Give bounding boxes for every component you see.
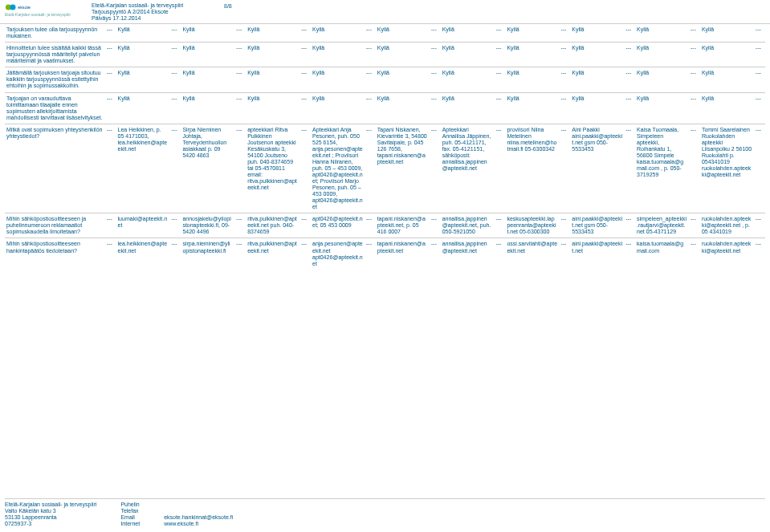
dash-cell: ---	[105, 67, 116, 92]
main-content: Tarjouksen tulee olla tarjouspyynnön muk…	[0, 24, 770, 270]
value-cell: anja.pesonen@apteekit.net apt0426@apteek…	[311, 238, 365, 270]
value-cell: simpeleen_apteekki.rautjarvi@apteekit.ne…	[635, 213, 689, 238]
dash-cell: ---	[559, 92, 570, 124]
dash-cell: ---	[105, 92, 116, 124]
dash-cell: ---	[170, 24, 181, 43]
footer-internet-label: Internet	[120, 521, 140, 527]
value-cell: keskusapteekki.lappeenranta@apteekit.net…	[505, 213, 559, 238]
footer-email-value: eksote.hankinnat@eksote.fi	[164, 514, 233, 521]
kylla-cell: Kyllä	[570, 92, 624, 124]
dash-cell: ---	[559, 43, 570, 67]
value-cell: aini.paakki@apteekit.net	[570, 238, 624, 270]
kylla-cell: Kyllä	[505, 67, 559, 92]
data-table: Tarjouksen tulee olla tarjouspyynnön muk…	[5, 24, 765, 270]
kylla-cell: Kyllä	[441, 92, 495, 124]
kylla-cell: Kyllä	[570, 24, 624, 43]
row-label: Mitkä ovat sopimuksen yhteyshenkilön yht…	[5, 124, 105, 213]
logo-subtext: Etelä-Karjalan sosiaali- ja terveyspiiri	[5, 12, 92, 17]
row-1: Tarjouksen tulee olla tarjouspyynnön muk…	[5, 24, 765, 43]
value-cell: tapani.niskanen@apteekit.net	[376, 238, 430, 270]
value-cell: annaliisa.jappinen@apteekit.net, puh. 05…	[441, 213, 495, 238]
dash-cell: ---	[299, 92, 311, 124]
meta-line-2: Tarjouspyyntö A 2/2014 Eksote	[92, 9, 183, 15]
dash-cell: ---	[365, 213, 376, 238]
kylla-cell: Kyllä	[181, 43, 234, 67]
kylla-cell: Kyllä	[376, 92, 430, 124]
value-cell: Sirpa Nieminen Johtaja, Terveydenhuollon…	[181, 124, 234, 213]
dash-cell: ---	[624, 124, 635, 213]
kylla-cell: Kyllä	[376, 43, 430, 67]
dash-cell: ---	[559, 213, 570, 238]
dash-cell: ---	[754, 43, 765, 67]
row-label: Mihin sähköpostiosoitteeseen ja puhelinn…	[5, 213, 105, 238]
value-cell: ritva.pulkkinen@apteekit.net puh. 040-83…	[246, 213, 299, 238]
dash-cell: ---	[299, 124, 311, 213]
dash-cell: ---	[299, 213, 311, 238]
dash-cell: ---	[234, 92, 246, 124]
dash-cell: ---	[430, 238, 441, 270]
kylla-cell: Kyllä	[635, 92, 689, 124]
dash-cell: ---	[495, 43, 506, 67]
dash-cell: ---	[365, 238, 376, 270]
dash-cell: ---	[689, 213, 700, 238]
footer-fax-label: Telefax	[120, 508, 140, 514]
value-cell: annosjakelu@yliopistonapteekki.fi, 09-54…	[181, 213, 234, 238]
row-label: Tarjouksen tulee olla tarjouspyynnön muk…	[5, 24, 105, 43]
dash-cell: ---	[365, 43, 376, 67]
dash-cell: ---	[624, 213, 635, 238]
kylla-cell: Kyllä	[635, 24, 689, 43]
dash-cell: ---	[495, 67, 506, 92]
kylla-cell: Kyllä	[505, 24, 559, 43]
dash-cell: ---	[365, 24, 376, 43]
dash-cell: ---	[754, 213, 765, 238]
kylla-cell: Kyllä	[700, 67, 754, 92]
kylla-cell: Kyllä	[116, 24, 170, 43]
footer-contact-values: eksote.hankinnat@eksote.fi www.eksote.fi	[164, 502, 233, 527]
value-cell: kaisa.tuomaala@gmail.com	[635, 238, 689, 270]
dash-cell: ---	[105, 238, 116, 270]
dash-cell: ---	[689, 43, 700, 67]
page-number: 8/8	[224, 3, 232, 9]
dash-cell: ---	[430, 213, 441, 238]
kylla-cell: Kyllä	[181, 24, 234, 43]
doc-meta: Etelä-Karjalan sosiaali- ja terveyspiiri…	[92, 2, 183, 22]
value-cell: ossi.sarvilahti@apteekit.net	[505, 238, 559, 270]
page-header: eksote Etelä-Karjalan sosiaali- ja terve…	[0, 0, 770, 24]
footer-phone-label: Puhelin	[120, 502, 140, 508]
kylla-cell: Kyllä	[635, 43, 689, 67]
footer-blank-1	[164, 502, 233, 508]
dash-cell: ---	[365, 92, 376, 124]
dash-cell: ---	[689, 124, 700, 213]
kylla-cell: Kyllä	[700, 24, 754, 43]
dash-cell: ---	[234, 67, 246, 92]
value-cell: annaliisa.jappinen@apteekit.net	[441, 238, 495, 270]
kylla-cell: Kyllä	[116, 92, 170, 124]
kylla-cell: Kyllä	[311, 43, 365, 67]
kylla-cell: Kyllä	[181, 67, 234, 92]
kylla-cell: Kyllä	[700, 92, 754, 124]
dash-cell: ---	[105, 24, 116, 43]
dash-cell: ---	[365, 124, 376, 213]
meta-line-1: Etelä-Karjalan sosiaali- ja terveyspiiri	[92, 2, 183, 9]
dash-cell: ---	[234, 43, 246, 67]
dash-cell: ---	[299, 238, 311, 270]
row-3: Jättämällä tarjouksen tarjoaja sitoutuu …	[5, 67, 765, 92]
dash-cell: ---	[299, 24, 311, 43]
value-cell: luumaki@apteekit.net	[116, 213, 170, 238]
dash-cell: ---	[495, 24, 506, 43]
dash-cell: ---	[170, 67, 181, 92]
footer-blank-2	[164, 508, 233, 514]
kylla-cell: Kyllä	[376, 67, 430, 92]
value-cell: ruokolahden.apteekki@apteekit.net , p. 0…	[700, 213, 754, 238]
dash-cell: ---	[234, 24, 246, 43]
dash-cell: ---	[495, 213, 506, 238]
eksote-logo-icon: eksote	[5, 2, 34, 12]
footer-contact-labels: Puhelin Telefax Email Internet	[120, 502, 140, 527]
kylla-cell: Kyllä	[246, 92, 299, 124]
row-7: Mihin sähköpostiosoitteeseen hankintapää…	[5, 238, 765, 270]
value-cell: apteekkari Ritva Pulkkinen Joutsenon apt…	[246, 124, 299, 213]
kylla-cell: Kyllä	[246, 43, 299, 67]
dash-cell: ---	[495, 124, 506, 213]
dash-cell: ---	[105, 124, 116, 213]
kylla-cell: Kyllä	[116, 43, 170, 67]
